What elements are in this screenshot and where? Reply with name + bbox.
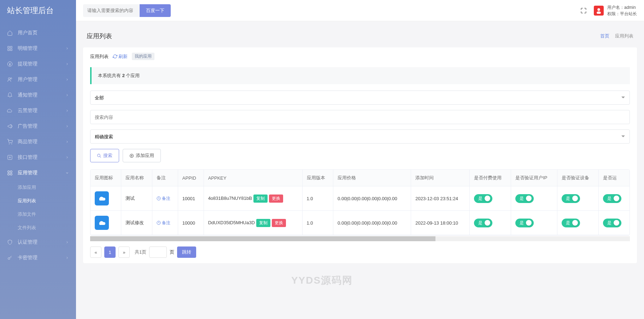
sidebar-item-8[interactable]: 接口管理 xyxy=(0,150,76,165)
users-icon xyxy=(7,77,13,82)
page-title: 应用列表 xyxy=(87,32,112,40)
topbar: 百度一下 用户名：admin 权限：平台站长 xyxy=(76,0,644,21)
refresh-button[interactable]: 刷新 xyxy=(113,53,128,60)
sidebar-item-4[interactable]: 通知管理 xyxy=(0,87,76,103)
table-row: 测试修改 备注 10000 DdUXD35tD5MHUa3D复制更换 1.0 0… xyxy=(90,211,630,235)
toggle[interactable]: 是 xyxy=(474,219,492,227)
replace-button[interactable]: 更换 xyxy=(272,219,286,227)
replace-button[interactable]: 更换 xyxy=(269,195,283,203)
sidebar-item-9[interactable]: 应用管理 xyxy=(0,165,76,181)
toggle[interactable]: 是 xyxy=(515,219,534,227)
cell-appkey: DdUXD35tD5MHUa3D复制更换 xyxy=(204,211,302,235)
chevron-down-icon xyxy=(65,171,69,175)
filter-select[interactable]: 全部 xyxy=(90,91,630,105)
pager-input[interactable] xyxy=(149,246,167,258)
cell-price: 0.00|0.00|0.00|0.00|0.00|0.00 xyxy=(333,186,411,211)
chevron-right-icon xyxy=(65,156,69,159)
shield-icon xyxy=(7,239,13,245)
app-icon xyxy=(95,216,109,230)
apps-icon xyxy=(7,170,13,176)
avatar xyxy=(594,6,604,16)
pager: « 1 » 共1页 页 跳转 xyxy=(90,246,630,258)
info-strip: 本系统共有 2 个应用 xyxy=(90,67,630,84)
sidebar-item-3[interactable]: 用户管理 xyxy=(0,72,76,87)
col-header-7: 添加时间 xyxy=(411,170,470,186)
svg-point-17 xyxy=(98,154,100,157)
pager-page-1[interactable]: 1 xyxy=(104,246,116,258)
col-header-0: 应用图标 xyxy=(90,170,121,186)
sidebar-item-label: 商品管理 xyxy=(18,139,65,145)
sidebar-item-1[interactable]: 明细管理 xyxy=(0,41,76,56)
breadcrumb: 首页 应用列表 xyxy=(600,33,633,39)
yen-icon xyxy=(7,61,13,67)
pager-jump-button[interactable]: 跳转 xyxy=(177,246,196,258)
sidebar-subitem-9-3[interactable]: 文件列表 xyxy=(0,221,76,234)
panel-title: 应用列表 xyxy=(90,53,109,60)
fullscreen-icon[interactable] xyxy=(580,7,587,14)
toggle[interactable]: 是 xyxy=(562,219,580,227)
api-icon xyxy=(7,155,13,160)
cart-icon xyxy=(7,139,13,145)
copy-button[interactable]: 复制 xyxy=(253,195,268,203)
breadcrumb-home[interactable]: 首页 xyxy=(600,33,609,39)
speaker-icon xyxy=(7,123,13,129)
svg-rect-1 xyxy=(10,46,12,48)
search-button[interactable]: 搜索 xyxy=(90,149,119,162)
sidebar-item-11[interactable]: 卡密管理 xyxy=(0,250,76,266)
app-table: 应用图标应用名称备注APPIDAPPKEY应用版本应用价格添加时间是否付费使用是… xyxy=(90,170,630,235)
brand-logo: 站长管理后台 xyxy=(0,0,76,25)
toggle[interactable]: 是 xyxy=(603,194,621,203)
cell-name: 测试 xyxy=(121,186,152,211)
svg-point-14 xyxy=(8,257,10,259)
search-content-input[interactable] xyxy=(90,110,630,124)
pager-prev[interactable]: « xyxy=(90,246,101,258)
sidebar-subitem-9-2[interactable]: 添加文件 xyxy=(0,208,76,221)
note-button[interactable]: 备注 xyxy=(157,220,174,226)
toggle[interactable]: 是 xyxy=(562,194,580,203)
horizontal-scrollbar[interactable] xyxy=(90,236,630,241)
add-app-button[interactable]: 添加应用 xyxy=(123,149,161,162)
global-search-input[interactable] xyxy=(83,4,140,17)
svg-rect-3 xyxy=(10,49,12,51)
sidebar-item-5[interactable]: 云黑管理 xyxy=(0,103,76,118)
sidebar: 站长管理后台 用户首页明细管理提现管理用户管理通知管理云黑管理广告管理商品管理接… xyxy=(0,0,76,319)
svg-line-18 xyxy=(100,156,101,157)
sidebar-item-label: 卡密管理 xyxy=(18,255,65,261)
my-apps-tag[interactable]: 我的应用 xyxy=(132,53,154,60)
pager-suffix: 页 xyxy=(170,249,174,255)
cell-time: 2023-12-03 23:51:24 xyxy=(411,186,470,211)
sidebar-item-0[interactable]: 用户首页 xyxy=(0,25,76,41)
panel: 应用列表 刷新 我的应用 本系统共有 2 个应用 全部 xyxy=(83,47,637,263)
global-search-button[interactable]: 百度一下 xyxy=(140,4,171,17)
chevron-right-icon xyxy=(65,47,69,50)
svg-point-8 xyxy=(12,144,12,144)
col-header-2: 备注 xyxy=(152,170,178,186)
sidebar-item-label: 应用管理 xyxy=(18,170,65,176)
chevron-right-icon xyxy=(65,256,69,260)
svg-rect-0 xyxy=(8,46,10,48)
col-header-6: 应用价格 xyxy=(333,170,411,186)
svg-point-16 xyxy=(597,11,601,14)
search-mode-select[interactable]: 精确搜索 xyxy=(90,129,630,144)
col-header-8: 是否付费使用 xyxy=(470,170,511,186)
chevron-right-icon xyxy=(65,140,69,144)
sidebar-subitem-9-0[interactable]: 添加应用 xyxy=(0,181,76,194)
copy-button[interactable]: 复制 xyxy=(256,219,270,227)
toggle[interactable]: 是 xyxy=(603,219,621,227)
sidebar-item-2[interactable]: 提现管理 xyxy=(0,56,76,72)
sidebar-subitem-9-1[interactable]: 应用列表 xyxy=(0,194,76,208)
user-meta: 用户名：admin 权限：平台站长 xyxy=(607,4,637,17)
sidebar-item-7[interactable]: 商品管理 xyxy=(0,134,76,150)
sidebar-item-6[interactable]: 广告管理 xyxy=(0,118,76,134)
svg-rect-12 xyxy=(8,173,10,175)
note-button[interactable]: 备注 xyxy=(157,196,174,202)
sidebar-item-label: 云黑管理 xyxy=(18,108,65,114)
toggle[interactable]: 是 xyxy=(515,194,534,203)
cell-version: 1.0 xyxy=(302,186,333,211)
pager-next[interactable]: » xyxy=(118,246,130,258)
toggle[interactable]: 是 xyxy=(474,194,492,203)
sidebar-item-label: 用户管理 xyxy=(18,76,65,83)
app-icon xyxy=(95,191,109,205)
user-block[interactable]: 用户名：admin 权限：平台站长 xyxy=(594,4,637,17)
sidebar-item-10[interactable]: 认证管理 xyxy=(0,234,76,250)
